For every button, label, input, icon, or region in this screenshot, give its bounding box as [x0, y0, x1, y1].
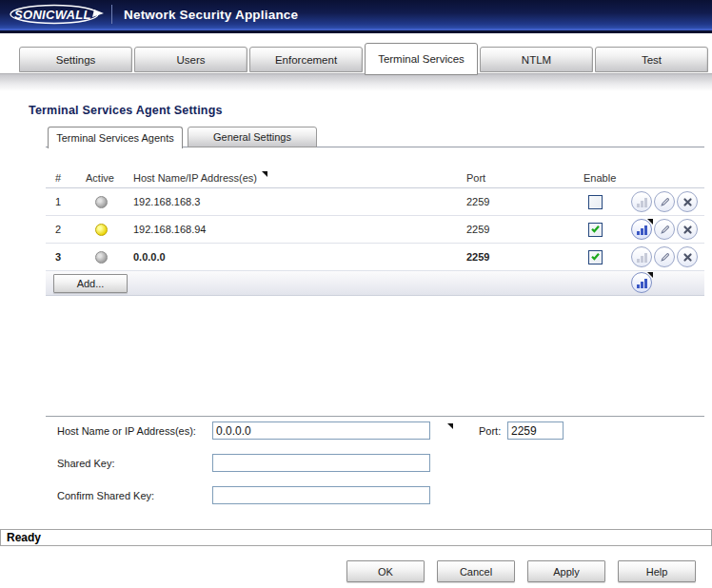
note-marker-icon	[447, 423, 453, 429]
delete-icon[interactable]	[677, 246, 698, 267]
check-glyph	[590, 251, 601, 262]
status-bar: Ready	[0, 529, 712, 546]
row-actions	[628, 246, 704, 267]
port-cell: 2259	[465, 196, 583, 207]
tab-ntlm[interactable]: NTLM	[480, 47, 593, 72]
edit-icon[interactable]	[654, 191, 675, 212]
host-input[interactable]	[212, 421, 430, 440]
table-header: #ActiveHost Name/IP Address(es)PortEnabl…	[46, 167, 704, 188]
statistics-icon[interactable]	[631, 219, 652, 240]
add-button[interactable]: Add...	[53, 274, 128, 293]
port-input[interactable]	[507, 421, 564, 440]
confirm-shared-key-input[interactable]	[212, 486, 430, 504]
col-header--: #	[46, 172, 84, 184]
statistics-icon[interactable]	[631, 191, 652, 212]
pencil-glyph	[659, 251, 671, 264]
x-glyph	[682, 251, 694, 264]
port-cell: 2259	[465, 224, 583, 235]
table-body: 1192.168.168.322592192.168.168.94225930.…	[46, 188, 704, 271]
status-text: Ready	[7, 531, 41, 544]
check-glyph	[590, 224, 601, 234]
table-row: 30.0.0.02259	[46, 244, 704, 271]
help-button[interactable]: Help	[618, 560, 696, 582]
form-divider	[46, 416, 704, 417]
col-header-label: Port	[466, 172, 485, 184]
enable-cell	[583, 195, 628, 209]
edit-icon[interactable]	[654, 219, 675, 240]
row-number: 1	[46, 196, 84, 207]
table-row: 1192.168.168.32259	[46, 188, 704, 216]
x-glyph	[682, 196, 694, 208]
active-status-cell	[84, 224, 133, 236]
port-cell: 2259	[465, 251, 583, 263]
host-cell: 192.168.168.94	[133, 224, 465, 235]
svg-text:SONICWALL: SONICWALL	[14, 8, 91, 22]
row-actions	[628, 191, 704, 212]
col-header-label: #	[55, 172, 61, 184]
footer-buttons: OKCancelApplyHelp	[346, 560, 696, 582]
main-tab-bar: SettingsUsersEnforcementTerminal Service…	[19, 44, 708, 72]
bar-chart-glyph	[637, 225, 647, 235]
app-title: Network Security Appliance	[124, 8, 298, 22]
tab-settings[interactable]: Settings	[19, 47, 132, 72]
enable-checkbox[interactable]	[588, 250, 603, 265]
col-header-label: Active	[86, 172, 114, 184]
delete-icon[interactable]	[677, 191, 698, 212]
pencil-glyph	[659, 196, 671, 208]
apply-button[interactable]: Apply	[527, 560, 605, 582]
host-cell: 0.0.0.0	[133, 251, 465, 263]
tab-enforcement[interactable]: Enforcement	[249, 47, 363, 72]
app-header: SONICWALL Network Security Appliance	[0, 0, 712, 29]
sub-tab-bar: Terminal Services AgentsGeneral Settings	[48, 127, 317, 147]
tab-strip-shelf	[0, 73, 712, 91]
active-status-cell	[84, 196, 133, 208]
row-number: 2	[46, 224, 84, 235]
enable-cell	[583, 223, 628, 237]
table-row: 2192.168.168.942259	[46, 216, 704, 244]
pencil-glyph	[659, 224, 671, 236]
host-cell: 192.168.168.3	[133, 196, 465, 207]
bar-chart-glyph	[637, 278, 647, 288]
active-status-cell	[84, 251, 133, 264]
col-header-label: Host Name/IP Address(es)	[133, 172, 257, 184]
host-label: Host Name or IP Address(es):	[57, 425, 196, 437]
enable-checkbox[interactable]	[588, 223, 603, 237]
bar-chart-glyph	[637, 252, 647, 263]
row-number: 3	[46, 251, 84, 263]
edit-icon[interactable]	[654, 246, 675, 267]
subtab-general-settings[interactable]: General Settings	[188, 127, 317, 147]
shared-key-label: Shared Key:	[57, 458, 115, 469]
table-add-row: Add...	[46, 271, 704, 296]
x-glyph	[682, 224, 694, 236]
statistics-icon[interactable]	[631, 246, 652, 267]
enable-cell	[583, 250, 628, 265]
header-divider	[111, 5, 112, 24]
tab-terminal-services[interactable]: Terminal Services	[365, 43, 478, 75]
page-title: Terminal Services Agent Settings	[29, 104, 223, 117]
col-header-port: Port	[465, 172, 583, 184]
col-header-host-name-ip-address-es-: Host Name/IP Address(es)	[133, 171, 465, 185]
bar-chart-glyph	[637, 197, 647, 207]
port-label: Port:	[479, 425, 501, 437]
col-header-enable: Enable	[583, 172, 628, 184]
subtab-terminal-services-agents[interactable]: Terminal Services Agents	[48, 127, 183, 148]
note-marker-icon	[647, 272, 653, 278]
enable-checkbox[interactable]	[588, 195, 603, 209]
active-status-led	[95, 251, 108, 264]
cancel-button[interactable]: Cancel	[437, 560, 515, 582]
sonicwall-logo: SONICWALL	[8, 3, 105, 26]
shared-key-input[interactable]	[212, 454, 430, 472]
page: SONICWALL Network Security Appliance Set…	[0, 0, 712, 588]
note-marker-icon	[647, 219, 653, 225]
col-header-label: Enable	[583, 172, 616, 184]
ok-button[interactable]: OK	[346, 560, 425, 582]
header-shadow-line	[0, 30, 712, 33]
confirm-shared-key-label: Confirm Shared Key:	[57, 490, 154, 501]
delete-icon[interactable]	[677, 219, 698, 240]
agents-table: #ActiveHost Name/IP Address(es)PortEnabl…	[46, 167, 704, 296]
row-actions	[628, 219, 704, 240]
tab-users[interactable]: Users	[134, 47, 247, 72]
statistics-icon[interactable]	[631, 272, 652, 293]
active-status-led	[95, 196, 108, 208]
tab-test[interactable]: Test	[595, 47, 708, 72]
